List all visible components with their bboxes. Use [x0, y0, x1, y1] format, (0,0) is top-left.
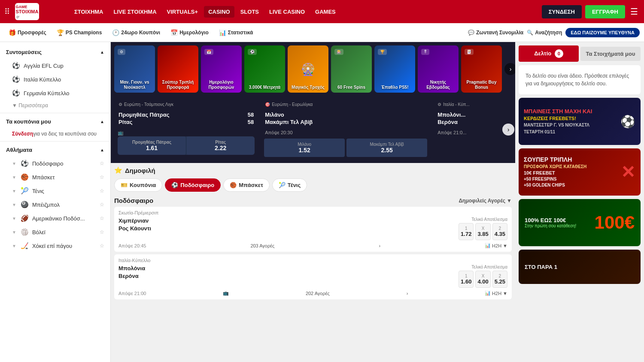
shortcuts-header[interactable]: Συντομεύσεις ▲ — [0, 45, 110, 59]
sidebar-sport-hockey[interactable]: ▼ 🏒 Χόκεϊ επί πάγου ☆ — [0, 239, 110, 253]
live-chat-label: Ζωντανή Συνομιλία — [476, 30, 523, 36]
sidebar-sport-football[interactable]: ▼ ⚽ Ποδόσφαιρο ☆ — [0, 157, 110, 170]
banner-card-5[interactable]: 🎡 Μαγικός Τροχός — [288, 45, 328, 93]
popular-markets-button[interactable]: Δημοφιλείς Αγορές ▼ — [459, 198, 512, 204]
banner-card-3[interactable]: 📅 Ημερολόγιο Προσφορών — [201, 45, 242, 93]
star-icon-7[interactable]: ☆ — [100, 243, 104, 249]
tab-football[interactable]: ⚽ Ποδόσφαιρο — [165, 178, 221, 192]
my-bets-tab[interactable]: Τα Στοιχήματά μου — [580, 47, 641, 61]
nav-slots[interactable]: SLOTS — [236, 6, 263, 18]
popular-header: ⭐ Δημοφιλή — [114, 166, 512, 174]
match-team2-row-3: Βερόνα — [437, 118, 507, 126]
banner-card-9[interactable]: 🃏 Pragmatic Buy Bonus — [461, 45, 502, 93]
statistics-nav[interactable]: 📊 Στατιστικά — [215, 27, 258, 39]
nav-live-stoixima[interactable]: LIVE ΣΤΟΙΧΗΜΑ — [109, 6, 161, 18]
sidebar-sport-american-football[interactable]: ▼ 🏈 Αμερικάνικο Ποδόσ... ☆ — [0, 211, 110, 225]
banner-card-7[interactable]: 🏆 Έπαθλο PS5! — [374, 45, 415, 93]
promo-card-2[interactable]: ΣΟΥΠΕΡ ΤΡΙΠΛΗ ΠΡΟΣΦΟΡΑ ΧΩΡΙΣ ΚΑΤΑΘΕΣΗ 10… — [519, 148, 641, 196]
sidebar-basketball-label: Μπάσκετ — [32, 174, 96, 181]
team2-name-1: Ρίτας — [118, 119, 132, 125]
live-chat-button[interactable]: 💬 Ζωντανή Συνομιλία — [468, 30, 523, 36]
team1-name-2: Μιλάνο — [265, 112, 284, 118]
sidebar-sport-baseball[interactable]: ▼ 🎱 Μπέιζμπολ ☆ — [0, 198, 110, 211]
competition-label-3: Ιταλία - Κύπ... — [443, 102, 470, 107]
bet-odd2-2[interactable]: 2 5.25 — [492, 271, 507, 288]
banner-next-button[interactable]: › — [504, 63, 515, 75]
grid-icon[interactable]: ⠿ — [4, 7, 10, 16]
register-button[interactable]: ΕΓΓΡΑΦΗ — [585, 5, 625, 18]
odd1-btn-1[interactable]: Προμηθέας Πάτρας 1.61 — [118, 136, 186, 155]
bet-oddx-1[interactable]: Χ 3.85 — [475, 223, 490, 240]
banner-card-2[interactable]: Σούπερ Τριπλή Προσφορά — [158, 45, 198, 93]
tab-basketball[interactable]: 🏀 Μπάσκετ — [223, 178, 270, 192]
bet-markets-1[interactable]: 203 Αγορές — [250, 243, 274, 248]
odd1-label-team-1: Προμηθέας Πάτρας — [121, 140, 182, 145]
ps-champions-nav[interactable]: 🏆 PS Champions — [52, 27, 106, 39]
banner-card-1[interactable]: ⚙ Μαν. Γιουν. vs Νιούκαστλ — [114, 45, 155, 93]
login-button[interactable]: ΣΥΝΔΕΣΗ — [542, 5, 582, 18]
nav-right: ΣΥΝΔΕΣΗ ΕΓΓΡΑΦΗ ☰ — [542, 5, 640, 18]
tab-coupons[interactable]: 🎫 Κουπόνια — [114, 178, 162, 192]
star-icon-2[interactable]: ☆ — [100, 174, 104, 180]
gift-icon: 🎁 — [9, 29, 16, 36]
search-button[interactable]: 🔍 Αναζήτηση — [527, 30, 562, 36]
bet-odd1-1[interactable]: 1 1.72 — [459, 223, 474, 240]
bet-markets-2[interactable]: 202 Αγορές — [306, 291, 330, 296]
nav-stoixima[interactable]: ΣΤΟΙΧΗΜΑ — [70, 6, 108, 18]
nav-virtuals[interactable]: VIRTUALS+ — [163, 6, 203, 18]
sidebar-item-germany[interactable]: ⚽ Γερμανία Κύπελλο — [0, 86, 110, 100]
logo[interactable]: GAMESTOIXIMA.gr — [15, 3, 39, 20]
team2-name-2: Μακάμπι Τελ Αβίβ — [265, 119, 313, 125]
nav-casino[interactable]: CASINO — [204, 6, 234, 18]
star-icon-5[interactable]: ☆ — [100, 215, 104, 221]
star-icon[interactable]: ☆ — [100, 160, 104, 166]
search-icon: 🔍 — [527, 30, 533, 36]
sidebar-sport-volleyball[interactable]: ▼ 🏐 Βόλεϊ ☆ — [0, 225, 110, 239]
tennis-tab-label: Τένις — [288, 182, 301, 188]
banner-card-6[interactable]: 🎰 60 Free Spins — [331, 45, 372, 93]
coupon-24h-nav[interactable]: 🕐 24ωρο Κουπόνι — [108, 27, 164, 39]
offers-nav[interactable]: 🎁 Προσφορές — [4, 27, 51, 39]
matches-next-button[interactable]: › — [502, 124, 514, 136]
banner-card-4[interactable]: ⚽ 3.000€ Μετρητά — [244, 45, 285, 93]
betslip-tab[interactable]: Δελτίο 0 — [519, 45, 579, 62]
bet-h2h-1[interactable]: 📊 H2H ▼ — [485, 243, 507, 248]
promo-card-4[interactable]: ΣΤΟ ΠΑΡΑ 1 — [519, 250, 641, 284]
bet-odd2-1[interactable]: 2 4.35 — [492, 223, 507, 240]
odd2-btn-1[interactable]: Ρίτας 2.22 — [186, 136, 255, 155]
bet-h2h-2[interactable]: 📊 H2H ▼ — [485, 290, 507, 296]
sidebar-germany-label: Γερμανία Κύπελλο — [24, 90, 104, 97]
match-team1-row-2: Μιλάνο — [265, 111, 426, 118]
odd1-btn-2[interactable]: Μιλάνο 1.52 — [264, 139, 345, 157]
hamburger-icon[interactable]: ☰ — [629, 5, 640, 18]
bet-time-1: Απόψε 20:45 — [118, 243, 146, 248]
my-coupons-header[interactable]: Τα κουπόνια μου ▲ — [0, 115, 110, 128]
promo-card-3[interactable]: 100% ΕΩΣ 100€ Στην πρώτη σου κατάθεση! 1… — [519, 199, 641, 246]
promo-card-1[interactable]: ΜΠΑΙΝΕΙΣ ΣΤΗ ΜΑΧΗ ΚΑΙ ΚΕΡΔΙΖΕΙΣ FREEBETS… — [519, 98, 641, 145]
odd2-btn-2[interactable]: Μακάμπι Τελ Αβίβ 2.55 — [346, 139, 427, 157]
bet-odd1-2[interactable]: 1 1.60 — [459, 271, 474, 288]
bet-markets-arrow-2[interactable]: › — [407, 291, 408, 296]
sports-header[interactable]: Αθλήματα ▲ — [0, 143, 110, 157]
responsible-gaming-button[interactable]: ΕΔΩ ΠΑΙΖΟΥΜΕ ΥΠΕΥΘΥΝΑ — [565, 28, 640, 37]
bet-row-top-2: Μπολόνια Βερόνα Τελικό Αποτέλεσμα 1 1.60… — [118, 265, 507, 288]
sidebar-sport-tennis[interactable]: ▼ 🎾 Τένις ☆ — [0, 184, 110, 198]
star-icon-6[interactable]: ☆ — [100, 229, 104, 235]
star-icon-4[interactable]: ☆ — [100, 202, 104, 208]
bet-markets-arrow-1[interactable]: › — [379, 243, 380, 248]
tab-tennis[interactable]: 🎾 Τένις — [272, 178, 307, 192]
bet-oddx-2[interactable]: Χ 4.00 — [475, 271, 490, 288]
nav-live-casino[interactable]: LIVE CASINO — [265, 6, 309, 18]
second-navigation: 🎁 Προσφορές 🏆 PS Champions 🕐 24ωρο Κουπό… — [0, 23, 644, 42]
sidebar-sport-basketball[interactable]: ▼ 🏀 Μπάσκετ ☆ — [0, 170, 110, 184]
sidebar-item-england[interactable]: ⚽ Αγγλία EFL Cup — [0, 59, 110, 72]
tennis-icon: 🎾 — [21, 187, 29, 195]
sidebar-more[interactable]: ▼ Περισσότερα — [0, 100, 110, 111]
star-icon-3[interactable]: ☆ — [100, 188, 104, 194]
login-link[interactable]: Σύνδεση — [12, 131, 33, 137]
banner-card-8[interactable]: 🎖 Νικητής Εβδομάδας — [418, 45, 459, 93]
nav-games[interactable]: GAMES — [311, 6, 340, 18]
logo-area[interactable]: GAMESTOIXIMA.gr — [15, 3, 67, 20]
sidebar-item-italy[interactable]: ⚽ Ιταλία Κύπελλο — [0, 72, 110, 86]
calendar-nav[interactable]: 📅 Ημερολόγιο — [166, 27, 213, 39]
